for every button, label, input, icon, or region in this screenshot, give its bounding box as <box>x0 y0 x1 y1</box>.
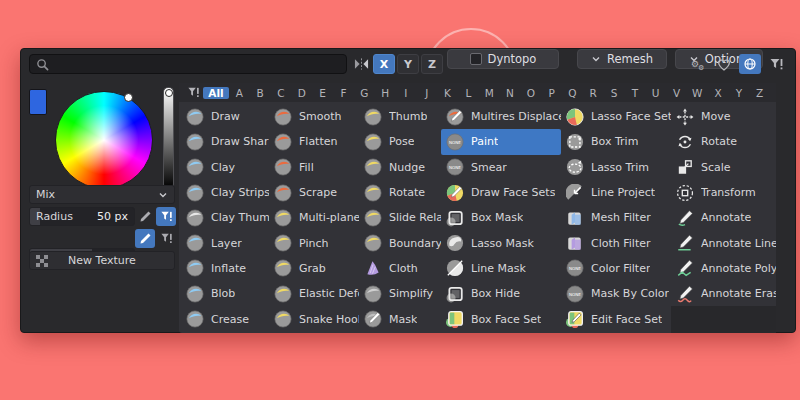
color-wheel[interactable] <box>55 91 153 189</box>
brush-item-mesh-filter[interactable]: Mesh Filter <box>561 205 671 230</box>
letter-filter-u[interactable]: U <box>645 87 666 99</box>
remesh-dropdown[interactable]: Remesh <box>577 49 667 69</box>
brush-item-rotate[interactable]: Rotate <box>359 180 441 205</box>
letter-filter-l[interactable]: L <box>458 87 479 99</box>
brush-item-pose[interactable]: Pose <box>359 129 441 154</box>
symmetry-icon[interactable] <box>354 57 369 71</box>
letter-filter-n[interactable]: N <box>500 87 521 99</box>
brush-item-fill[interactable]: Fill <box>269 155 359 180</box>
letter-filter-j[interactable]: J <box>416 87 437 99</box>
brush-item-lasso-mask[interactable]: Lasso Mask <box>441 231 561 256</box>
letter-filter-h[interactable]: H <box>375 87 396 99</box>
brush-item-color-filter[interactable]: NONEColor Filter <box>561 256 671 281</box>
brush-item-nudge[interactable]: Nudge <box>359 155 441 180</box>
search-input[interactable] <box>49 58 329 70</box>
brush-item-multires-displacem[interactable]: Multires Displacem... <box>441 104 561 129</box>
value-slider-dot[interactable] <box>165 89 173 97</box>
letter-filter-w[interactable]: W <box>687 87 708 99</box>
brush-item-cloth[interactable]: Cloth <box>359 256 441 281</box>
brush-item-scale[interactable]: Scale <box>671 155 776 180</box>
brush-item-box-face-set[interactable]: Box Face Set <box>441 306 561 331</box>
new-texture-button[interactable]: New Texture <box>29 251 175 270</box>
letter-filter-s[interactable]: S <box>604 87 625 99</box>
value-slider[interactable] <box>163 87 174 189</box>
brush-item-rotate[interactable]: Rotate <box>671 129 776 154</box>
brush-item-box-trim[interactable]: Box Trim <box>561 129 671 154</box>
brush-item-clay[interactable]: Clay <box>181 155 269 180</box>
letter-filter-z[interactable]: Z <box>749 87 770 99</box>
dyntopo-checkbox[interactable] <box>470 53 482 65</box>
strength-pressure-pen-icon[interactable] <box>135 229 155 248</box>
brush-item-annotate-polygon[interactable]: Annotate Polygon <box>671 256 776 281</box>
letter-filter-c[interactable]: C <box>271 87 292 99</box>
letter-filter-i[interactable]: I <box>396 87 417 99</box>
brush-item-multi-plane-sc[interactable]: Multi-plane Sc... <box>269 205 359 230</box>
letter-filter-all[interactable]: All <box>203 87 229 99</box>
brush-item-slide-relax[interactable]: Slide Relax <box>359 205 441 230</box>
letter-filter-a[interactable]: A <box>229 87 250 99</box>
symmetry-y-button[interactable]: Y <box>397 54 419 74</box>
symmetry-z-button[interactable]: Z <box>421 54 443 74</box>
brush-item-draw-face-sets[interactable]: Draw Face Sets <box>441 180 561 205</box>
letter-filter-b[interactable]: B <box>250 87 271 99</box>
dyntopo-toggle[interactable]: Dyntopo <box>447 49 559 69</box>
letter-filter-k[interactable]: K <box>437 87 458 99</box>
letter-filter-y[interactable]: Y <box>729 87 750 99</box>
brush-item-line-mask[interactable]: Line Mask <box>441 256 561 281</box>
brush-item-box-hide[interactable]: Box Hide <box>441 281 561 306</box>
letter-filter-o[interactable]: O <box>520 87 541 99</box>
brush-item-draw[interactable]: Draw <box>181 104 269 129</box>
active-color-swatch[interactable] <box>29 89 47 115</box>
brush-item-pinch[interactable]: Pinch <box>269 231 359 256</box>
brush-item-layer[interactable]: Layer <box>181 231 269 256</box>
brush-item-smooth[interactable]: Smooth <box>269 104 359 129</box>
letter-filter-f[interactable]: F <box>333 87 354 99</box>
brush-item-draw-sharp[interactable]: Draw Sharp <box>181 129 269 154</box>
brush-item-annotate-eraser[interactable]: Annotate Eraser <box>671 281 776 306</box>
letter-filter-x[interactable]: X <box>708 87 729 99</box>
letter-filter-t[interactable]: T <box>624 87 645 99</box>
blend-mode-dropdown[interactable]: Mix <box>29 185 175 204</box>
brush-item-boundary[interactable]: Boundary <box>359 231 441 256</box>
radius-pressure-pen-icon[interactable] <box>135 207 155 226</box>
brush-item-simplify[interactable]: Simplify <box>359 281 441 306</box>
brush-item-crease[interactable]: Crease <box>181 306 269 331</box>
brush-item-line-project[interactable]: Line Project <box>561 180 671 205</box>
brush-item-grab[interactable]: Grab <box>269 256 359 281</box>
brush-item-lasso-trim[interactable]: Lasso Trim <box>561 155 671 180</box>
brush-item-paint[interactable]: NONEPaint <box>441 129 561 154</box>
strength-unified-toggle-icon[interactable] <box>156 229 176 248</box>
brush-item-inflate[interactable]: Inflate <box>181 256 269 281</box>
brush-item-clay-thumb[interactable]: Clay Thumb <box>181 205 269 230</box>
brush-item-blob[interactable]: Blob <box>181 281 269 306</box>
radius-slider[interactable]: Radius 50 px <box>29 207 135 226</box>
letter-filter-m[interactable]: M <box>479 87 500 99</box>
brush-item-cloth-filter[interactable]: Cloth Filter <box>561 231 671 256</box>
brush-item-edit-face-set[interactable]: Edit Face Set <box>561 306 671 331</box>
search-input-wrap[interactable] <box>29 54 347 74</box>
brush-item-annotate[interactable]: Annotate <box>671 205 776 230</box>
filter-icon[interactable] <box>765 54 787 74</box>
brush-item-lasso-face-set[interactable]: Lasso Face Set <box>561 104 671 129</box>
brush-item-move[interactable]: Move <box>671 104 776 129</box>
letter-filter-e[interactable]: E <box>312 87 333 99</box>
letter-filter-r[interactable]: R <box>583 87 604 99</box>
brush-item-snake-hook[interactable]: Snake Hook <box>269 306 359 331</box>
letter-filter-v[interactable]: V <box>666 87 687 99</box>
brush-item-elastic-deform[interactable]: Elastic Deform <box>269 281 359 306</box>
brush-item-mask-by-color[interactable]: NONEMask By Color <box>561 281 671 306</box>
letter-filter-q[interactable]: Q <box>562 87 583 99</box>
brush-item-box-mask[interactable]: Box Mask <box>441 205 561 230</box>
asset-world-icon[interactable] <box>739 54 761 74</box>
brush-item-scrape[interactable]: Scrape <box>269 180 359 205</box>
color-wheel-picker-dot[interactable] <box>124 93 133 102</box>
brush-item-mask[interactable]: Mask <box>359 306 441 331</box>
radius-unified-toggle-icon[interactable] <box>156 207 176 226</box>
brush-item-smear[interactable]: NONESmear <box>441 155 561 180</box>
brush-item-thumb[interactable]: Thumb <box>359 104 441 129</box>
brush-item-flatten[interactable]: Flatten <box>269 129 359 154</box>
symmetry-x-button[interactable]: X <box>373 54 395 74</box>
brush-item-clay-strips[interactable]: Clay Strips <box>181 180 269 205</box>
filter-icon[interactable] <box>183 86 203 99</box>
favorites-heart-icon[interactable] <box>713 54 735 74</box>
